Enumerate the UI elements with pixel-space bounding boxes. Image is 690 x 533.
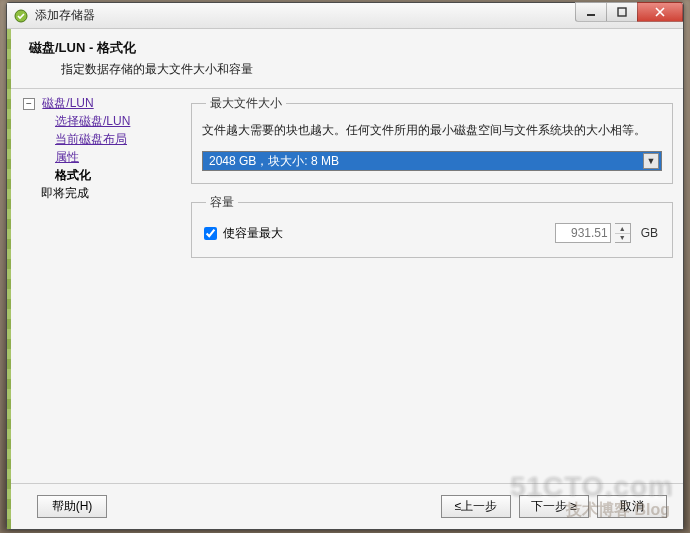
next-button[interactable]: 下一步 ≥ bbox=[519, 495, 589, 518]
titlebar: 添加存储器 bbox=[7, 3, 683, 29]
nav-format-current: 格式化 bbox=[55, 168, 91, 182]
capacity-stepper[interactable]: ▲ ▼ bbox=[615, 223, 631, 243]
maxfile-description: 文件越大需要的块也越大。任何文件所用的最小磁盘空间与文件系统块的大小相等。 bbox=[202, 122, 662, 139]
group-maxfile: 最大文件大小 文件越大需要的块也越大。任何文件所用的最小磁盘空间与文件系统块的大… bbox=[191, 95, 673, 184]
step-down-icon[interactable]: ▼ bbox=[615, 233, 630, 243]
maximize-button[interactable] bbox=[606, 2, 638, 22]
wizard-content: 最大文件大小 文件越大需要的块也越大。任何文件所用的最小磁盘空间与文件系统块的大… bbox=[191, 95, 673, 477]
capacity-unit: GB bbox=[635, 226, 658, 240]
capacity-input[interactable] bbox=[556, 226, 610, 240]
nav-root[interactable]: 磁盘/LUN bbox=[42, 96, 93, 110]
close-button[interactable] bbox=[637, 2, 683, 22]
capacity-field[interactable] bbox=[555, 223, 611, 243]
wizard-header: 磁盘/LUN - 格式化 指定数据存储的最大文件大小和容量 bbox=[7, 29, 683, 89]
collapse-icon[interactable]: − bbox=[23, 98, 35, 110]
nav-properties[interactable]: 属性 bbox=[55, 150, 79, 164]
app-icon bbox=[13, 8, 29, 24]
window-controls bbox=[576, 2, 683, 22]
group-capacity: 容量 使容量最大 ▲ ▼ GB bbox=[191, 194, 673, 258]
back-button[interactable]: ≤上一步 bbox=[441, 495, 511, 518]
step-up-icon[interactable]: ▲ bbox=[615, 224, 630, 233]
page-subtitle: 指定数据存储的最大文件大小和容量 bbox=[29, 61, 669, 78]
nav-finish: 即将完成 bbox=[23, 184, 183, 202]
group-maxfile-legend: 最大文件大小 bbox=[206, 95, 286, 112]
cancel-button[interactable]: 取消 bbox=[597, 495, 667, 518]
wizard-window: 添加存储器 磁盘/LUN - 格式化 指定数据存储的最大文件大小和容量 − 磁盘… bbox=[6, 2, 684, 530]
nav-select-disk[interactable]: 选择磁盘/LUN bbox=[55, 114, 130, 128]
group-capacity-legend: 容量 bbox=[206, 194, 238, 211]
wizard-footer: 帮助(H) ≤上一步 下一步 ≥ 取消 bbox=[7, 483, 683, 529]
svg-rect-1 bbox=[587, 14, 595, 16]
svg-rect-2 bbox=[618, 8, 626, 16]
maximize-capacity-label: 使容量最大 bbox=[223, 225, 283, 242]
page-title: 磁盘/LUN - 格式化 bbox=[29, 39, 669, 57]
minimize-button[interactable] bbox=[575, 2, 607, 22]
maximize-capacity-input[interactable] bbox=[204, 227, 217, 240]
chevron-down-icon: ▼ bbox=[643, 153, 659, 169]
block-size-combo[interactable]: 2048 GB，块大小: 8 MB ▼ bbox=[202, 151, 662, 171]
window-title: 添加存储器 bbox=[35, 7, 95, 24]
decor-stripe bbox=[7, 29, 11, 529]
wizard-body: − 磁盘/LUN 选择磁盘/LUN 当前磁盘布局 属性 格式化 即将完成 最大文… bbox=[7, 89, 683, 483]
block-size-selected: 2048 GB，块大小: 8 MB bbox=[209, 153, 339, 170]
maximize-capacity-checkbox[interactable]: 使容量最大 bbox=[204, 225, 283, 242]
wizard-nav: − 磁盘/LUN 选择磁盘/LUN 当前磁盘布局 属性 格式化 即将完成 bbox=[23, 95, 183, 477]
capacity-spinner: ▲ ▼ GB bbox=[555, 223, 658, 243]
help-button[interactable]: 帮助(H) bbox=[37, 495, 107, 518]
nav-current-layout[interactable]: 当前磁盘布局 bbox=[55, 132, 127, 146]
